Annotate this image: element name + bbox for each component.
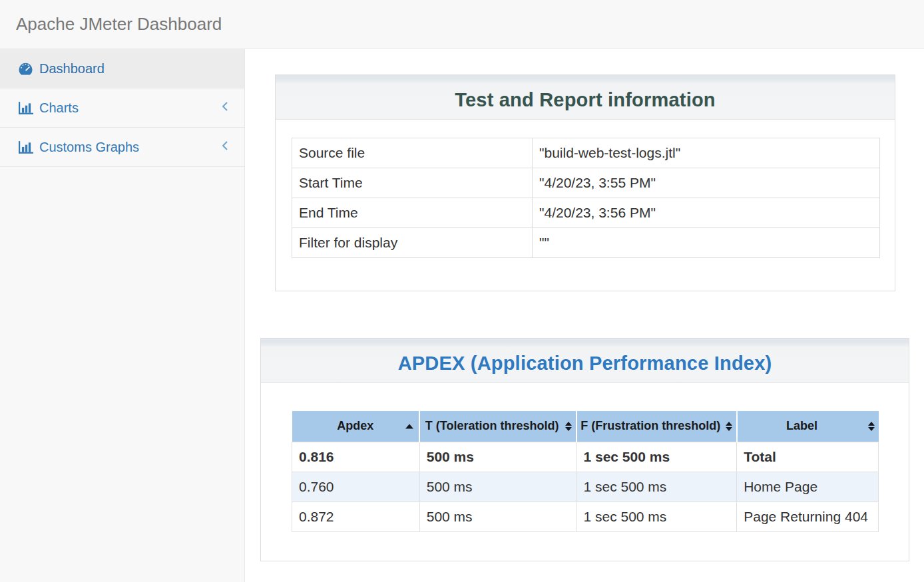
sidebar-item-label: Customs Graphs [39, 140, 139, 155]
toleration-value: 500 ms [419, 472, 577, 502]
table-header-row: Apdex T (Toleration threshold) F (Frustr… [292, 411, 879, 442]
sidebar-item-label: Dashboard [39, 61, 105, 76]
test-report-info-panel: Test and Report information Source file … [275, 74, 895, 291]
column-header-label: T (Toleration threshold) [425, 419, 559, 432]
info-label: End Time [292, 198, 533, 228]
sidebar: Dashboard Charts Customs [0, 49, 245, 582]
apdex-value: 0.816 [292, 442, 420, 472]
table-row: Source file "build-web-test-logs.jtl" [292, 138, 880, 168]
main-content: Test and Report information Source file … [246, 49, 924, 582]
table-row: Filter for display "" [292, 228, 880, 258]
table-row: 0.816 500 ms 1 sec 500 ms Total [292, 442, 879, 472]
sidebar-item-label: Charts [39, 100, 79, 116]
column-header-label-col[interactable]: Label [737, 411, 879, 442]
sort-both-icon [868, 422, 875, 431]
column-header-toleration[interactable]: T (Toleration threshold) [419, 411, 577, 442]
panel-heading: Test and Report information [276, 75, 895, 120]
panel-title: Test and Report information [455, 89, 716, 111]
apdex-panel: APDEX (Application Performance Index) Ap… [260, 338, 909, 561]
label-value: Total [737, 442, 879, 472]
table-row: 0.760 500 ms 1 sec 500 ms Home Page [292, 472, 879, 502]
info-value: "4/20/23, 3:56 PM" [533, 198, 880, 228]
table-row: 0.872 500 ms 1 sec 500 ms Page Returning… [292, 502, 879, 531]
apdex-value: 0.760 [292, 472, 420, 502]
column-header-label: F (Frustration threshold) [580, 419, 720, 432]
column-header-frustration[interactable]: F (Frustration threshold) [577, 411, 737, 442]
bar-chart-icon [19, 141, 35, 154]
info-value: "build-web-test-logs.jtl" [533, 138, 880, 168]
table-row: End Time "4/20/23, 3:56 PM" [292, 198, 880, 228]
sidebar-item-dashboard[interactable]: Dashboard [0, 49, 244, 88]
chevron-left-icon [222, 140, 228, 154]
apdex-table: Apdex T (Toleration threshold) F (Frustr… [292, 411, 879, 532]
frustration-value: 1 sec 500 ms [577, 472, 737, 502]
label-value: Page Returning 404 [737, 502, 879, 531]
panel-heading: APDEX (Application Performance Index) [261, 339, 909, 383]
sort-asc-icon [405, 424, 413, 428]
info-value: "" [533, 228, 880, 258]
sidebar-item-charts[interactable]: Charts [0, 88, 244, 128]
frustration-value: 1 sec 500 ms [577, 442, 737, 472]
chevron-left-icon [222, 101, 228, 114]
info-value: "4/20/23, 3:55 PM" [533, 168, 880, 198]
info-label: Source file [292, 138, 533, 168]
sort-both-icon [565, 422, 572, 431]
sort-both-icon [726, 422, 732, 431]
apdex-value: 0.872 [292, 502, 420, 531]
toleration-value: 500 ms [419, 442, 577, 472]
column-header-apdex[interactable]: Apdex [292, 411, 420, 442]
info-label: Start Time [292, 168, 533, 198]
test-info-table: Source file "build-web-test-logs.jtl" St… [292, 138, 880, 258]
label-value: Home Page [737, 472, 879, 502]
tachometer-icon [19, 62, 35, 75]
bar-chart-icon [19, 102, 35, 114]
table-row: Start Time "4/20/23, 3:55 PM" [292, 168, 880, 198]
toleration-value: 500 ms [419, 502, 577, 531]
info-label: Filter for display [292, 228, 533, 258]
app-title: Apache JMeter Dashboard [16, 14, 222, 35]
panel-title: APDEX (Application Performance Index) [398, 353, 772, 374]
frustration-value: 1 sec 500 ms [577, 502, 737, 531]
column-header-label: Apdex [337, 419, 373, 432]
top-navbar: Apache JMeter Dashboard [0, 0, 924, 49]
column-header-label: Label [786, 419, 817, 432]
sidebar-item-customs-graphs[interactable]: Customs Graphs [0, 128, 244, 167]
